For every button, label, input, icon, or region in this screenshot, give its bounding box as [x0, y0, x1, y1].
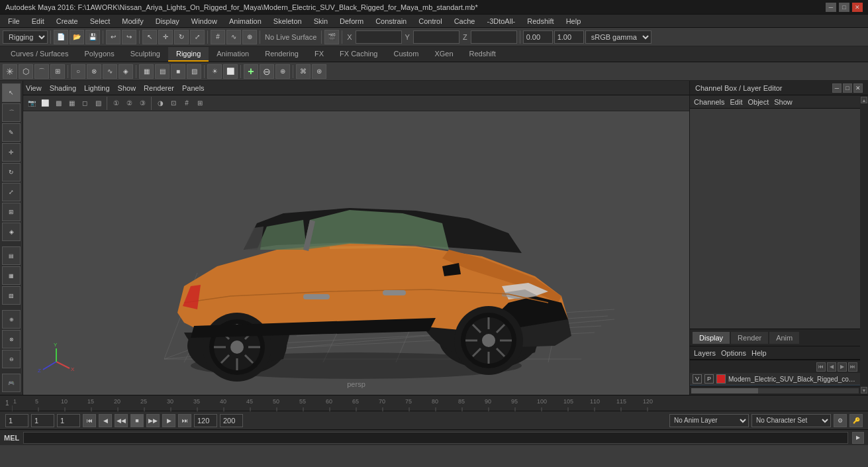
- menu-redshift[interactable]: Redshift: [522, 16, 559, 26]
- display-smooth[interactable]: ▦: [139, 64, 154, 79]
- layer-nav-btn2[interactable]: ◀: [827, 362, 836, 372]
- menu-deform[interactable]: Deform: [334, 16, 369, 26]
- minimize-button[interactable]: ─: [826, 3, 836, 12]
- menu-modify[interactable]: Modify: [117, 16, 148, 26]
- display-solid[interactable]: ■: [171, 64, 185, 79]
- tab-polygons[interactable]: Polygons: [76, 47, 122, 62]
- display-wire[interactable]: ▤: [155, 64, 169, 79]
- rp-minimize[interactable]: ─: [832, 83, 842, 93]
- tab-rigging[interactable]: Rigging: [168, 47, 209, 62]
- range-end-input[interactable]: [194, 414, 217, 427]
- render-region[interactable]: ⬜: [223, 64, 238, 79]
- display-mode2[interactable]: ▦: [2, 266, 21, 285]
- mel-execute-btn[interactable]: ▶: [852, 432, 864, 444]
- layer-p-1[interactable]: P: [704, 374, 714, 384]
- vp-menu-renderer[interactable]: Renderer: [144, 84, 174, 92]
- light-link[interactable]: ☀: [207, 64, 222, 79]
- vp-menu-show[interactable]: Show: [118, 84, 136, 92]
- open-btn[interactable]: 📂: [70, 30, 84, 44]
- vp-select-camera[interactable]: 📷: [26, 97, 38, 109]
- stop-btn[interactable]: ■: [130, 414, 144, 427]
- menu-skeleton[interactable]: Skeleton: [268, 16, 307, 26]
- vp-isolate[interactable]: ⊡: [168, 97, 179, 109]
- scroll-thumb[interactable]: [691, 388, 758, 393]
- help-menu[interactable]: Help: [751, 349, 767, 357]
- vp-display-1[interactable]: ⬜: [39, 97, 51, 109]
- transform-btn[interactable]: ⊞: [50, 64, 65, 79]
- cb-channels-menu[interactable]: Channels: [694, 98, 724, 106]
- new-scene-btn[interactable]: 📄: [54, 30, 68, 44]
- tab-custom[interactable]: Custom: [386, 47, 427, 62]
- add-btn[interactable]: +: [244, 64, 258, 79]
- field2-input[interactable]: [554, 30, 584, 44]
- redo-btn[interactable]: ↪: [122, 30, 136, 44]
- save-btn[interactable]: 💾: [85, 30, 100, 44]
- vp-hud[interactable]: ⊞: [194, 97, 206, 109]
- anim-extra-btn1[interactable]: ⚙: [834, 414, 847, 427]
- tab-render[interactable]: Render: [731, 332, 768, 344]
- menu-control[interactable]: Control: [413, 16, 447, 26]
- scroll-down[interactable]: ▼: [861, 387, 867, 393]
- ik-handle[interactable]: ∿: [103, 64, 117, 79]
- move-tool-btn[interactable]: ✛: [2, 143, 21, 162]
- vp-grid[interactable]: #: [181, 97, 193, 109]
- display-mode3[interactable]: ▧: [2, 286, 21, 305]
- workspace-selector[interactable]: Rigging: [3, 30, 48, 44]
- subtract-btn[interactable]: ⊖: [260, 64, 274, 79]
- lasso-tool-btn[interactable]: ⌒: [2, 103, 21, 122]
- end-frame-input[interactable]: [220, 414, 243, 427]
- vp-shade-3[interactable]: ③: [136, 97, 148, 109]
- vp-menu-shading[interactable]: Shading: [50, 84, 76, 92]
- axis-y-input[interactable]: [413, 30, 459, 44]
- vp-display-2[interactable]: ▩: [52, 97, 64, 109]
- rotate-tool-btn[interactable]: ↻: [2, 163, 21, 182]
- vp-shadow[interactable]: ◑: [154, 97, 166, 109]
- tab-redshift[interactable]: Redshift: [461, 47, 504, 62]
- tab-sculpting[interactable]: Sculpting: [122, 47, 168, 62]
- universal-manip[interactable]: ⊞: [2, 203, 21, 221]
- select-tool[interactable]: ↖: [142, 30, 157, 44]
- maximize-button[interactable]: □: [839, 3, 849, 12]
- axis-z-input[interactable]: [471, 30, 517, 44]
- play-back-btn[interactable]: ◀◀: [115, 414, 128, 427]
- menu-animation[interactable]: Animation: [224, 16, 267, 26]
- tab-curves-surfaces[interactable]: Curves / Surfaces: [3, 47, 76, 62]
- layer-nav-btn3[interactable]: ▶: [838, 362, 847, 372]
- cb-object-menu[interactable]: Object: [747, 98, 769, 106]
- vp-shade-1[interactable]: ①: [110, 97, 122, 109]
- scale-tool[interactable]: ⤢: [190, 30, 205, 44]
- tab-xgen[interactable]: XGen: [426, 47, 461, 62]
- current-frame-input[interactable]: [5, 414, 28, 427]
- scroll-up[interactable]: ▲: [861, 97, 867, 103]
- anim-layer-select[interactable]: No Anim Layer: [669, 414, 749, 427]
- menu-select[interactable]: Select: [85, 16, 116, 26]
- menu-display[interactable]: Display: [150, 16, 185, 26]
- render-btn[interactable]: 🎬: [324, 30, 339, 44]
- menu-edit[interactable]: Edit: [26, 16, 50, 26]
- vp-menu-view[interactable]: View: [26, 84, 42, 92]
- rp-horizontal-scrollbar[interactable]: [690, 386, 860, 395]
- sidebar-btn-extra2[interactable]: ⊗: [2, 330, 21, 348]
- paint-select-btn[interactable]: ✎: [2, 123, 21, 142]
- vp-display-4[interactable]: ◻: [79, 97, 91, 109]
- select-tool-btn[interactable]: ↖: [2, 83, 21, 102]
- union-btn[interactable]: ⊕: [275, 64, 290, 79]
- step-back-btn[interactable]: ◀: [99, 414, 112, 427]
- move-tool[interactable]: ✛: [158, 30, 173, 44]
- menu-3dtoall[interactable]: -3DtoAll-: [481, 16, 520, 26]
- tab-display[interactable]: Display: [693, 332, 730, 344]
- menu-skin[interactable]: Skin: [309, 16, 333, 26]
- step-fwd-btn[interactable]: ▶: [162, 414, 175, 427]
- options-menu[interactable]: Options: [721, 349, 746, 357]
- tab-animation[interactable]: Animation: [209, 47, 257, 62]
- constraint-btn[interactable]: ◈: [119, 64, 133, 79]
- cb-show-menu[interactable]: Show: [774, 98, 793, 106]
- start-frame-input[interactable]: [31, 414, 54, 427]
- layer-nav-btn4[interactable]: ⏭: [848, 362, 857, 372]
- tab-anim[interactable]: Anim: [769, 332, 799, 344]
- goto-end-btn[interactable]: ⏭: [178, 414, 191, 427]
- menu-help[interactable]: Help: [561, 16, 587, 26]
- display-tex[interactable]: ▧: [187, 64, 201, 79]
- deform-btn1[interactable]: ⌘: [296, 64, 311, 79]
- vp-display-5[interactable]: ▧: [92, 97, 104, 109]
